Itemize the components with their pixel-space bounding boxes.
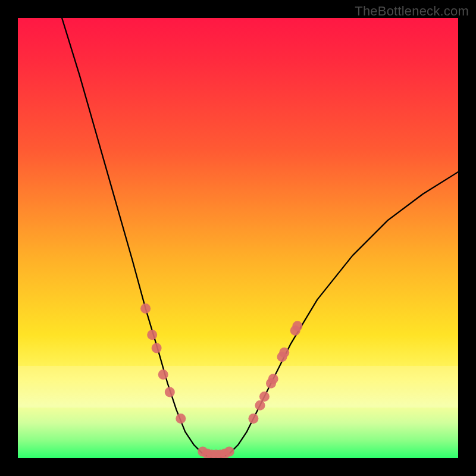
plot-background-gradient [18, 18, 458, 458]
watermark-text: TheBottleneck.com [355, 4, 469, 19]
chart-stage: TheBottleneck.com [0, 0, 476, 476]
